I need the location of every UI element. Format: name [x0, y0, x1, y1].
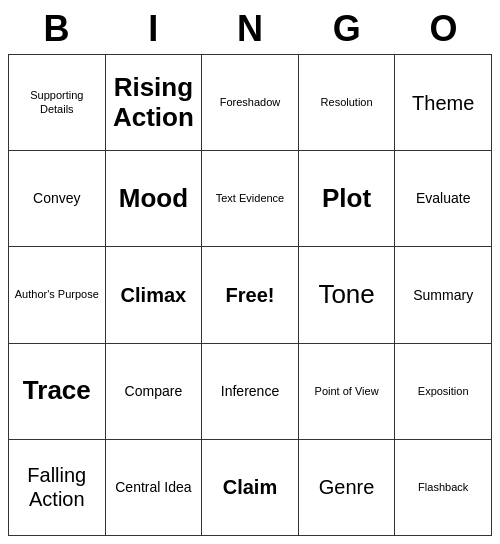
cell-r1-c3[interactable]: Plot [299, 151, 396, 247]
header-g: G [298, 8, 395, 50]
cell-r4-c3[interactable]: Genre [299, 440, 396, 536]
cell-r2-c2[interactable]: Free! [202, 247, 299, 343]
cell-r2-c4[interactable]: Summary [395, 247, 492, 343]
cell-r1-c2[interactable]: Text Evidence [202, 151, 299, 247]
cell-r0-c4[interactable]: Theme [395, 55, 492, 151]
header-n: N [202, 8, 299, 50]
cell-r1-c1[interactable]: Mood [106, 151, 203, 247]
cell-r4-c1[interactable]: Central Idea [106, 440, 203, 536]
cell-r0-c0[interactable]: Supporting Details [9, 55, 106, 151]
cell-r1-c4[interactable]: Evaluate [395, 151, 492, 247]
cell-r3-c0[interactable]: Trace [9, 344, 106, 440]
cell-r2-c1[interactable]: Climax [106, 247, 203, 343]
header-o: O [395, 8, 492, 50]
bingo-header: B I N G O [8, 8, 492, 50]
cell-r1-c0[interactable]: Convey [9, 151, 106, 247]
cell-r0-c1[interactable]: Rising Action [106, 55, 203, 151]
cell-r2-c3[interactable]: Tone [299, 247, 396, 343]
cell-r3-c4[interactable]: Exposition [395, 344, 492, 440]
cell-r4-c4[interactable]: Flashback [395, 440, 492, 536]
cell-r3-c2[interactable]: Inference [202, 344, 299, 440]
cell-r4-c0[interactable]: Falling Action [9, 440, 106, 536]
bingo-grid: Supporting DetailsRising ActionForeshado… [8, 54, 492, 536]
cell-r0-c2[interactable]: Foreshadow [202, 55, 299, 151]
cell-r3-c1[interactable]: Compare [106, 344, 203, 440]
cell-r4-c2[interactable]: Claim [202, 440, 299, 536]
cell-r3-c3[interactable]: Point of View [299, 344, 396, 440]
cell-r2-c0[interactable]: Author's Purpose [9, 247, 106, 343]
header-b: B [8, 8, 105, 50]
cell-r0-c3[interactable]: Resolution [299, 55, 396, 151]
header-i: I [105, 8, 202, 50]
